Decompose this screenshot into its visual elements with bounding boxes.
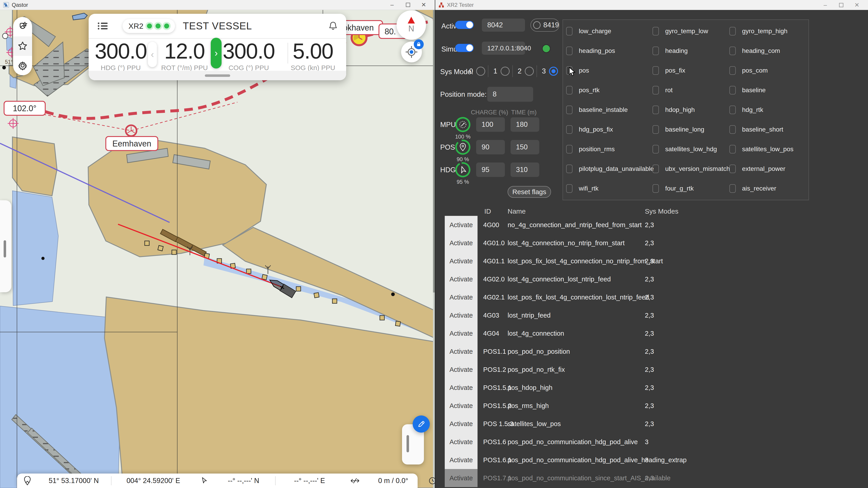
drawer-handle[interactable]	[4, 240, 6, 257]
edit-route-button[interactable]	[413, 416, 430, 433]
locate-button[interactable]	[401, 41, 422, 62]
pos-time-input[interactable]: 150	[510, 140, 539, 154]
flag-checkbox-heading_com[interactable]	[730, 46, 736, 55]
flag-checkbox-gyro_temp_low[interactable]	[653, 27, 659, 35]
flag-checkbox-heading[interactable]	[653, 46, 659, 55]
activate-button-4G00[interactable]: Activate	[445, 216, 477, 234]
flag-checkbox-pos_rtk[interactable]	[566, 86, 572, 95]
activate-button-4G04[interactable]: Activate	[445, 324, 477, 343]
activate-button-POS 1.5.3[interactable]: Activate	[445, 415, 477, 433]
menu-icon[interactable]	[97, 22, 109, 31]
flag-checkbox-low_charge[interactable]	[566, 27, 572, 35]
activate-button-4G02.0[interactable]: Activate	[445, 270, 477, 288]
activate-button-POS1.6[interactable]: Activate	[445, 433, 477, 451]
sys-mode-value-1: 1	[493, 67, 497, 75]
mpu-charge-input[interactable]: 100	[476, 117, 505, 132]
flag-checkbox-baseline_long[interactable]	[653, 125, 659, 134]
metric-cog: 300.0 COG (°) PPU	[219, 39, 278, 72]
flag-item-satellites_low_hdg: satellites_low_hdg	[653, 139, 730, 159]
mouse-cursor	[568, 67, 577, 77]
activate-button-POS1.7.1[interactable]: Activate	[445, 469, 477, 487]
scenario-sysmodes: 2,3	[645, 270, 654, 288]
radio-ring-icon	[533, 21, 540, 29]
panel-drag-area[interactable]	[89, 71, 346, 80]
activate-button-4G01.1[interactable]: Activate	[445, 252, 477, 270]
flag-checkbox-pos_fix[interactable]	[653, 66, 659, 75]
flag-checkbox-position_rms[interactable]	[566, 145, 572, 154]
activate-button-4G03[interactable]: Activate	[445, 306, 477, 324]
map-scrollbar-thumb[interactable]	[433, 10, 435, 292]
flag-checkbox-pos_com[interactable]	[730, 66, 736, 75]
xr2-close-button[interactable]: ✕	[849, 0, 865, 10]
simulate-toggle[interactable]	[455, 44, 474, 52]
north-arrow-icon	[408, 17, 415, 24]
flag-item-heading_com: heading_com	[730, 41, 809, 61]
flag-checkbox-ubx_version_mismatch[interactable]	[653, 165, 659, 173]
activate-button-POS1.1[interactable]: Activate	[445, 343, 477, 360]
notifications-bell-icon[interactable]	[329, 21, 338, 31]
sys-mode-radio-3[interactable]	[549, 67, 558, 76]
flag-checkbox-baseline_short[interactable]	[730, 125, 736, 134]
drawer-handle[interactable]	[406, 435, 409, 452]
activate-button-POS1.5.2[interactable]: Activate	[445, 397, 477, 415]
simulate-address-input[interactable]: 127.0.0.1:8040	[482, 41, 525, 55]
scenario-row-4G01.0: Activate4G01.0lost_4g_connection_no_ntri…	[435, 234, 868, 252]
scenario-sysmodes: 2,3	[645, 324, 654, 343]
standby-port-toggle[interactable]: 8419	[530, 19, 559, 32]
qastor-minimize-button[interactable]: –	[384, 0, 400, 10]
device-pill[interactable]: XR2	[123, 19, 175, 33]
sys-mode-radio-1[interactable]	[501, 67, 509, 76]
charge-header: CHARGE (%)	[470, 109, 509, 116]
compass-button[interactable]: N	[397, 10, 426, 40]
activate-button-4G02.1[interactable]: Activate	[445, 288, 477, 306]
qastor-close-button[interactable]: ✕	[416, 0, 432, 10]
activate-button-POS1.5.1[interactable]: Activate	[445, 379, 477, 397]
scenario-name: pos_pod_no_rtk_fix	[507, 360, 565, 379]
panel-drag-handle[interactable]	[205, 74, 230, 77]
favorites-button[interactable]	[13, 36, 32, 56]
sys-mode-radio-0[interactable]	[476, 67, 485, 76]
flag-checkbox-heading_pos[interactable]	[566, 46, 572, 55]
flag-checkbox-baseline_instable[interactable]	[566, 105, 572, 114]
flag-label: low_charge	[579, 28, 611, 35]
pilot-marks-button[interactable]	[13, 17, 32, 36]
reset-flags-button[interactable]: Reset flags	[507, 186, 551, 198]
chart-canvas[interactable]: 51°	[0, 10, 435, 488]
mpu-time-input[interactable]: 180	[510, 117, 539, 132]
xr2-minimize-button[interactable]: –	[817, 0, 833, 10]
position-mode-input[interactable]: 8	[487, 87, 533, 102]
flag-checkbox-baseline[interactable]	[730, 86, 736, 95]
flag-checkbox-hdop_high[interactable]	[653, 105, 659, 114]
star-icon	[18, 41, 28, 51]
pos-charge-input[interactable]: 90	[476, 140, 505, 154]
sys-mode-radio-2[interactable]	[525, 67, 534, 76]
active-toggle[interactable]	[455, 21, 474, 29]
scenario-name: pos_pod_no_position	[507, 343, 570, 360]
flag-checkbox-wifi_rtk[interactable]	[566, 184, 572, 193]
flag-checkbox-satellites_low_hdg[interactable]	[653, 145, 659, 154]
xr2-maximize-button[interactable]	[833, 0, 849, 10]
active-port-input[interactable]: 8042	[482, 19, 525, 32]
flag-checkbox-hdg_rtk[interactable]	[730, 105, 736, 114]
flag-checkbox-rot[interactable]	[653, 86, 659, 95]
activate-button-POS1.6.1[interactable]: Activate	[445, 451, 477, 469]
activate-button-POS1.2[interactable]: Activate	[445, 360, 477, 379]
hdg-ring-icon	[455, 162, 471, 178]
hdg-time-input[interactable]: 310	[510, 163, 539, 177]
flag-checkbox-pilotplug_data_unavailable[interactable]	[566, 165, 572, 173]
flag-checkbox-gyro_temp_high[interactable]	[730, 27, 736, 35]
left-drawer-tab[interactable]	[0, 200, 11, 292]
qastor-maximize-button[interactable]	[400, 0, 416, 10]
scenario-sysmodes: 3	[645, 451, 648, 469]
settings-button[interactable]	[13, 56, 32, 75]
flag-checkbox-four_g_rtk[interactable]	[653, 184, 659, 193]
hdg-value: 300.0	[91, 39, 150, 64]
scenario-id: 4G04	[483, 324, 499, 343]
flag-checkbox-hdg_pos_fix[interactable]	[566, 125, 572, 134]
flag-checkbox-ais_receiver[interactable]	[730, 184, 736, 193]
flag-checkbox-satellites_low_pos[interactable]	[730, 145, 736, 154]
flag-checkbox-external_power[interactable]	[730, 165, 736, 173]
activate-button-4G01.0[interactable]: Activate	[445, 234, 477, 252]
map-scrollbar[interactable]	[433, 10, 435, 488]
hdg-charge-input[interactable]: 95	[476, 163, 505, 177]
